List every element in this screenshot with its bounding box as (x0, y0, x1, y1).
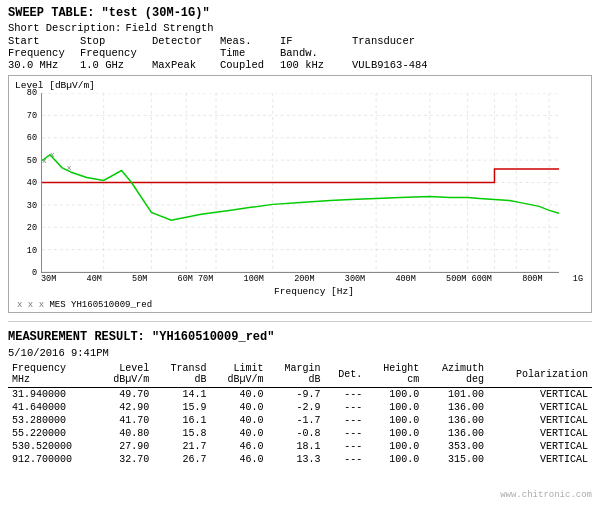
table-row: 53.28000041.7016.140.0-1.7---100.0136.00… (8, 414, 592, 427)
desc-value: Field Strength (125, 22, 213, 34)
result-section: MEASUREMENT RESULT: "YH160510009_red" 5/… (8, 330, 592, 466)
col-if-label: IF (280, 35, 332, 47)
table-row: 31.94000049.7014.140.0-9.7---100.0101.00… (8, 388, 592, 402)
table-cell: 100.0 (366, 414, 423, 427)
x-label-56600m: 500M 600M (446, 274, 492, 284)
x-label-6070m: 60M 70M (178, 274, 214, 284)
section-divider (8, 321, 592, 322)
table-cell: 16.1 (153, 414, 210, 427)
result-table: FrequencyMHz LeveldBµV/m TransddB Limitd… (8, 363, 592, 466)
th-margin: MargindB (268, 363, 325, 388)
table-cell: 31.940000 (8, 388, 96, 402)
table-cell: 21.7 (153, 440, 210, 453)
x-label-50m: 50M (132, 274, 147, 284)
table-cell: 912.700000 (8, 453, 96, 466)
y-axis: 80 70 60 50 40 30 20 10 0 (13, 93, 39, 273)
y-label-40: 40 (27, 178, 37, 188)
table-cell: VERTICAL (488, 414, 592, 427)
table-cell: VERTICAL (488, 453, 592, 466)
table-cell: -0.8 (268, 427, 325, 440)
table-cell: 55.220000 (8, 427, 96, 440)
table-cell: 49.70 (96, 388, 153, 402)
col-meas-label: Meas. (220, 35, 280, 47)
table-cell: 40.0 (210, 427, 267, 440)
table-header-row: FrequencyMHz LeveldBµV/m TransddB Limitd… (8, 363, 592, 388)
x-label-100m: 100M (244, 274, 264, 284)
svg-text:x: x (67, 163, 72, 172)
table-cell: --- (325, 414, 367, 427)
chart-xlabel: Frequency [Hz] (41, 286, 587, 297)
table-cell: -2.9 (268, 401, 325, 414)
y-label-20: 20 (27, 223, 37, 233)
desc-label: Short Description: (8, 22, 121, 34)
table-cell: --- (325, 453, 367, 466)
result-title: MEASUREMENT RESULT: "YH160510009_red" (8, 330, 592, 344)
th-height: Heightcm (366, 363, 423, 388)
table-cell: 315.00 (423, 453, 488, 466)
x-axis-labels: 30M 40M 50M 60M 70M 100M 200M 300M 400M … (41, 274, 583, 284)
table-cell: 530.520000 (8, 440, 96, 453)
y-label-80: 80 (27, 88, 37, 98)
x-label-200m: 200M (294, 274, 314, 284)
th-polarization: Polarization (488, 363, 592, 388)
y-label-0: 0 (32, 268, 37, 278)
sweep-header: SWEEP TABLE: "test (30M-1G)" Short Descr… (8, 6, 592, 71)
table-cell: --- (325, 440, 367, 453)
table-cell: 15.8 (153, 427, 210, 440)
x-label-40m: 40M (87, 274, 102, 284)
col-detector-label: Detector (152, 35, 220, 47)
legend-x1: x (17, 300, 22, 310)
y-label-50: 50 (27, 156, 37, 166)
table-cell: VERTICAL (488, 401, 592, 414)
th-limit: LimitdBµV/m (210, 363, 267, 388)
table-cell: 15.9 (153, 401, 210, 414)
table-cell: 100.0 (366, 453, 423, 466)
col-if-val: 100 kHz (280, 59, 332, 71)
x-label-30m: 30M (41, 274, 56, 284)
col-bandw-label: Bandw. (280, 47, 332, 59)
legend-mes: MES (49, 300, 65, 310)
col-blank (332, 35, 352, 47)
y-label-10: 10 (27, 246, 37, 256)
sweep-title: SWEEP TABLE: "test (30M-1G)" (8, 6, 592, 20)
th-azimuth: Azimuthdeg (423, 363, 488, 388)
y-label-60: 60 (27, 133, 37, 143)
watermark: www.chitronic.com (500, 490, 592, 500)
result-tbody: 31.94000049.7014.140.0-9.7---100.0101.00… (8, 388, 592, 467)
table-cell: --- (325, 427, 367, 440)
th-level: LeveldBµV/m (96, 363, 153, 388)
table-cell: 41.640000 (8, 401, 96, 414)
table-cell: 100.0 (366, 440, 423, 453)
table-cell: -1.7 (268, 414, 325, 427)
x-label-400m: 400M (395, 274, 415, 284)
table-cell: 40.0 (210, 401, 267, 414)
table-cell: 42.90 (96, 401, 153, 414)
table-cell: 353.00 (423, 440, 488, 453)
table-cell: 46.0 (210, 453, 267, 466)
table-cell: 40.0 (210, 414, 267, 427)
x-label-800m: 800M (522, 274, 542, 284)
th-frequency: FrequencyMHz (8, 363, 96, 388)
table-cell: VERTICAL (488, 427, 592, 440)
chart-container: Level [dBµV/m] 80 70 60 50 40 30 20 10 0 (8, 75, 592, 313)
table-cell: 101.00 (423, 388, 488, 402)
table-cell: 32.70 (96, 453, 153, 466)
col-stop-val: 1.0 GHz (80, 59, 152, 71)
table-cell: 14.1 (153, 388, 210, 402)
col-detector-val: MaxPeak (152, 59, 220, 71)
svg-text:x: x (42, 156, 47, 165)
table-cell: 27.90 (96, 440, 153, 453)
chart-legend: x x x MES YH160510009_red (17, 300, 587, 310)
table-cell: 40.0 (210, 388, 267, 402)
y-label-70: 70 (27, 111, 37, 121)
table-row: 530.52000027.9021.746.018.1---100.0353.0… (8, 440, 592, 453)
col-meas-val: Coupled (220, 59, 280, 71)
table-cell: --- (325, 388, 367, 402)
th-det: Det. (325, 363, 367, 388)
table-cell: 100.0 (366, 427, 423, 440)
table-row: 912.70000032.7026.746.013.3---100.0315.0… (8, 453, 592, 466)
table-cell: 136.00 (423, 427, 488, 440)
col-transducer-val: VULB9163-484 (352, 59, 428, 71)
svg-text:x: x (50, 150, 55, 159)
legend-x3: x (39, 300, 44, 310)
